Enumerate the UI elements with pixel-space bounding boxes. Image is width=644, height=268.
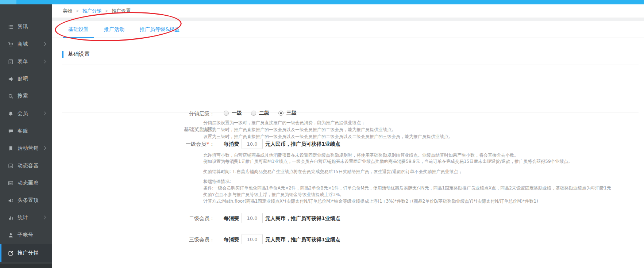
level1-suffix-text: 元人民币，推广员可获得1业绩点 [265,141,340,148]
sidebar-item-marketing[interactable]: 活动营销 [0,140,52,157]
sidebar-item-label: 搜索 [18,93,28,99]
sidebar-item-label: 客服 [18,128,28,134]
level1-amount-input[interactable] [242,139,263,149]
sidebar-item-label: 统计 [18,214,28,221]
sidebar-item-dynamic-container[interactable]: 动态容器 [0,157,52,174]
main-content: 基础设置 分销层级： 一级 二级 三级 分销层级设置为一级时，推广员直接推广的一… [52,38,644,268]
level2-prefix-text: 每消费 [224,215,239,222]
help-line: 例如设置为每消费1元推广员可获的1业绩点，一级会员在自营店铺购买未设置固定业绩点… [203,158,573,165]
reward-rules-group-label: 基础奖励规则 [62,126,215,133]
radio-level-3[interactable]: 三级 [278,110,297,116]
sidebar-item-forms[interactable]: 表单 [0,53,52,70]
search-icon [8,93,14,99]
sidebar-item-label: 推广分销 [18,250,39,256]
help-line: 极端特殊情况: [203,178,611,185]
level2-suffix-text: 元人民币，推广员可获得1业绩点 [265,215,340,222]
distribution-level-help-text: 分销层级设置为一级时，推广员直接推广的一级会员消费，能为推广员提供业绩点；设置为… [203,119,453,140]
help-line: 计算方式:Math.floor(商品1固定业绩点X*(实际支付N/订单总价M)*… [203,198,611,204]
help-line: 奖励结算时间: 1.自营店铺商品交易产生业绩点将在会员完成交易后15日奖励给推广… [203,169,463,175]
distribution-level-radio-group: 一级 二级 三级 [224,110,306,116]
radio-level-1[interactable]: 一级 [224,110,242,116]
sidebar-item-tieba[interactable]: 贴吧 [0,70,52,87]
sidebar-item-promotion[interactable]: 推广分销 [0,244,52,262]
tab-basic-settings[interactable]: 基础设置 [63,21,94,38]
chat-icon [8,128,14,134]
tab-promo-activity[interactable]: 推广活动 [99,21,130,38]
sidebar-item-label: 表单 [18,58,28,65]
help-line: 奖励Y点且不参与推广员等级上浮，推广员为铂金等级业绩提成上浮3%。 [203,191,611,198]
section-accent-bar [62,51,63,58]
bell-icon [8,111,14,116]
sidebar-item-label: 头条置顶 [18,197,39,204]
sidebar-item-label: 活动营销 [18,145,39,152]
sidebar-item-dynamic-gallery[interactable]: 动态画廊 [0,175,52,191]
user-icon [8,232,14,238]
radio-level-2[interactable]: 二级 [251,110,269,116]
chevron-right-icon [43,111,46,115]
sidebar-item-label: 子帐号 [18,232,34,238]
share-icon [8,250,14,256]
radio-circle-icon[interactable] [224,111,229,116]
sidebar-item-label: 动态容器 [18,162,39,169]
sidebar-item-label: 资讯 [18,23,28,30]
sidebar-item-label: 贴吧 [18,76,28,82]
help-line: 允许填写小数，自营店铺商品或其他消费项目在未设置固定业绩点奖励规则时，将使用基础… [203,152,573,158]
sidebar-nav: 资讯 商城 表单 贴吧 搜索 会员 客服 [0,4,52,268]
breadcrumb: 美物 > 推广分销 > 推广设置 [52,4,644,18]
chevron-right-icon [43,215,46,219]
divider [62,112,639,112]
container-icon [8,163,14,169]
section-title: 基础设置 [68,51,90,58]
help-line: 设置为二级时，推广员直接推广的一级会员以及一级会员推广的二级会员，能为推广员提供… [203,126,453,133]
radio-circle-icon[interactable] [278,111,284,116]
breadcrumb-item-settings: 推广设置 [112,8,131,14]
level1-prefix-text: 每消费 [224,141,239,148]
sidebar-item-headline-top[interactable]: 头条置顶 [0,192,52,209]
level3-prefix-text: 每消费 [224,237,239,243]
sidebar-item-service[interactable]: 客服 [0,123,52,139]
breadcrumb-item-promotion[interactable]: 推广分销 [82,8,101,14]
breadcrumb-separator: > [76,8,79,14]
speaker-icon [8,198,14,203]
tab-promoter-levels[interactable]: 推广员等级&权益 [134,21,185,38]
tab-bar: 基础设置 推广活动 推广员等级&权益 [52,21,644,38]
sidebar-item-mall[interactable]: 商城 [0,36,52,53]
sidebar-item-news[interactable]: 资讯 [0,18,52,35]
level1-help-paragraph-2: 奖励结算时间: 1.自营店铺商品交易产生业绩点将在会员完成交易后15日奖励给推广… [203,169,463,175]
divider [62,65,639,65]
section-header: 基础设置 [62,51,90,58]
sidebar-item-search[interactable]: 搜索 [0,88,52,104]
sidebar-item-subaccount[interactable]: 子帐号 [0,227,52,244]
sidebar-item-statistics[interactable]: 统计 [0,209,52,226]
chevron-right-icon [43,42,46,46]
level2-amount-input[interactable] [242,213,263,223]
help-line: 条件:一级会员购买订单包含商品1单价A元×2件，商品2单价B元×1件，订单总价M… [203,185,611,191]
level3-member-label: 三级会员： [62,237,215,243]
logo-chip [0,0,16,4]
radio-circle-icon[interactable] [251,111,256,116]
chevron-right-icon [43,60,46,63]
top-bar [0,0,644,4]
sidebar-item-label: 商城 [18,41,28,47]
bookmark-icon [8,145,14,151]
sidebar-footer-strip [0,264,52,268]
distribution-level-label: 分销层级： [62,111,215,117]
divider-strip [52,18,644,21]
level3-amount-input[interactable] [242,234,263,244]
help-line: 设置为三级时，推广员直接推广的一级会员以及一级会员推广的二级会员以及二级会员推广… [203,133,453,140]
help-line: 分销层级设置为一级时，推广员直接推广的一级会员消费，能为推广员提供业绩点； [203,119,453,126]
admin-screen: 资讯 商城 表单 贴吧 搜索 会员 客服 [0,0,644,268]
sidebar-item-label: 会员 [18,110,28,117]
sidebar-item-members[interactable]: 会员 [0,105,52,122]
breadcrumb-separator: > [105,8,108,14]
level3-suffix-text: 元人民币，推广员可获得1业绩点 [265,237,340,243]
level1-help-paragraph-1: 允许填写小数，自营店铺商品或其他消费项目在未设置固定业绩点奖励规则时，将使用基础… [203,152,573,165]
form-icon [8,59,14,65]
level1-member-label: 一级会员*： [62,141,215,148]
list-icon [8,24,14,30]
chevron-right-icon [43,146,46,150]
gallery-icon [8,180,14,186]
megaphone-icon [8,76,14,82]
level2-member-label: 二级会员： [62,215,215,222]
cart-icon [8,41,14,47]
